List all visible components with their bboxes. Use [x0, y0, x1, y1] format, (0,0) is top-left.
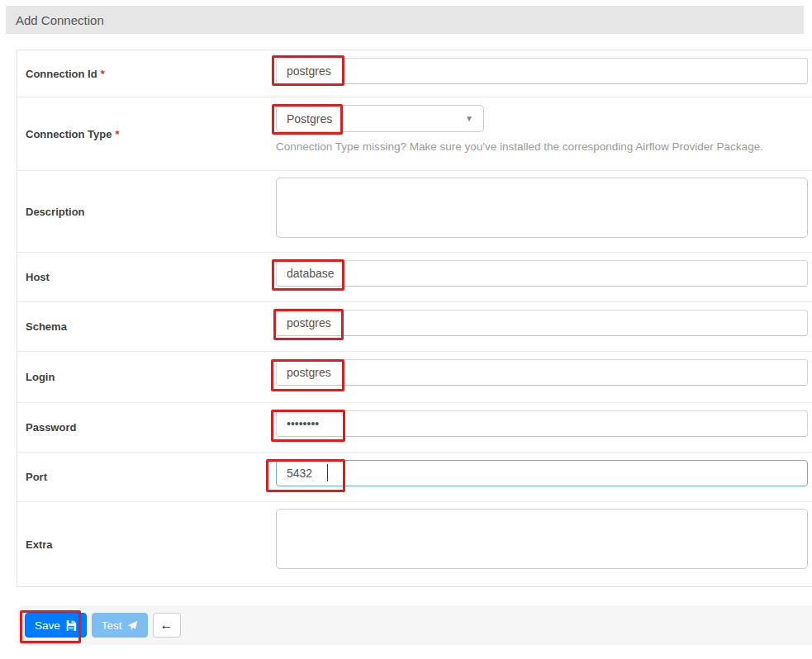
port-value: 5432	[287, 467, 312, 480]
extra-textarea[interactable]	[276, 509, 808, 569]
port-input[interactable]: 5432	[276, 460, 808, 486]
save-button[interactable]: Save	[25, 613, 87, 638]
form-row-schema: Schema	[17, 302, 812, 352]
save-floppy-icon	[65, 619, 77, 631]
connection-type-select[interactable]: Postgres ▼	[276, 105, 484, 132]
form-row-password: Password	[17, 403, 812, 453]
required-marker: *	[101, 68, 105, 80]
password-input[interactable]	[276, 410, 808, 437]
chevron-down-icon: ▼	[465, 114, 473, 123]
connection-type-helper-text: Connection Type missing? Make sure you'v…	[276, 140, 808, 153]
page-title: Add Connection	[16, 13, 104, 27]
extra-label: Extra	[17, 502, 276, 586]
add-connection-form: Connection Id * Connection Type * Postgr…	[17, 50, 812, 587]
form-row-port: Port 5432	[17, 453, 812, 502]
host-label: Host	[17, 253, 276, 301]
form-row-extra: Extra	[17, 502, 812, 586]
form-footer: Save Test ←	[18, 605, 812, 645]
test-button[interactable]: Test	[92, 613, 148, 638]
form-row-connection-type: Connection Type * Postgres ▼ Connection …	[17, 97, 812, 171]
text-cursor	[327, 464, 328, 481]
host-input[interactable]	[276, 260, 808, 287]
required-marker: *	[115, 128, 119, 140]
connection-id-label: Connection Id *	[17, 50, 276, 97]
form-row-connection-id: Connection Id *	[17, 50, 812, 97]
schema-label: Schema	[17, 302, 276, 351]
port-label: Port	[17, 453, 276, 501]
form-row-login: Login	[17, 352, 812, 403]
description-label: Description	[17, 171, 276, 252]
connection-type-label: Connection Type *	[17, 97, 276, 170]
paper-plane-icon	[127, 620, 138, 631]
back-button[interactable]: ←	[153, 613, 181, 638]
description-textarea[interactable]	[276, 178, 808, 238]
form-row-host: Host	[17, 253, 812, 302]
login-input[interactable]	[276, 359, 808, 386]
connection-type-selected-value: Postgres	[287, 112, 332, 126]
connection-id-input[interactable]	[276, 58, 808, 84]
login-label: Login	[17, 352, 276, 402]
arrow-left-icon: ←	[160, 619, 173, 632]
form-row-description: Description	[17, 171, 812, 253]
schema-input[interactable]	[276, 310, 808, 336]
password-label: Password	[17, 403, 276, 452]
page-header: Add Connection	[6, 6, 804, 34]
